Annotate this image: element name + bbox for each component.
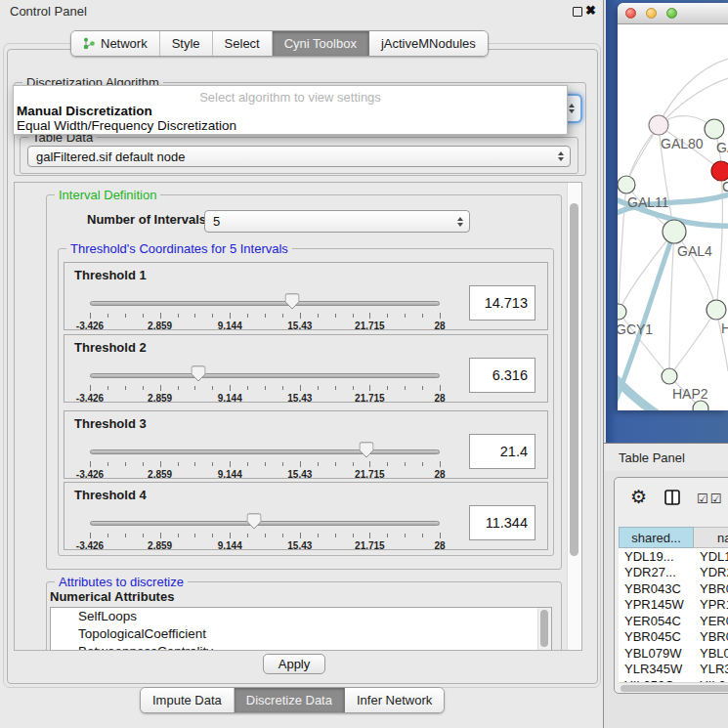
network-canvas[interactable]: GAL80GACGAL11GAL4GCY1HHAP2 xyxy=(618,24,728,410)
tick-mark xyxy=(387,462,388,466)
network-node-gal80[interactable] xyxy=(649,115,668,135)
numerical-attributes-list[interactable]: SelfLoopsTopologicalCoefficientBetweenne… xyxy=(50,607,552,651)
bottom-tab-infer-network[interactable]: Infer Network xyxy=(345,688,444,712)
network-window-titlebar[interactable] xyxy=(618,3,728,24)
threshold-value-field[interactable]: 21.4 xyxy=(469,434,535,469)
threshold-value-field[interactable]: 6.316 xyxy=(469,358,535,393)
network-node-gal4[interactable] xyxy=(663,220,686,243)
apply-button[interactable]: Apply xyxy=(263,654,325,674)
threshold-value-field[interactable]: 14.713 xyxy=(469,285,535,321)
tick-mark xyxy=(247,314,248,318)
number-of-intervals-combo[interactable]: 5 xyxy=(204,210,470,233)
tick-mark xyxy=(107,534,108,537)
table-horizontal-scrollbar-thumb[interactable] xyxy=(621,685,728,692)
tick-label: -3.426 xyxy=(76,540,104,551)
minimize-traffic-light-icon[interactable] xyxy=(646,8,657,19)
algorithm-option[interactable]: Equal Width/Frequency Discretization xyxy=(17,118,236,133)
threshold-slider[interactable]: -3.4262.8599.14415.4321.71528 xyxy=(90,292,440,331)
interval-definition-group-title: Interval Definition xyxy=(55,188,160,202)
tick-mark xyxy=(335,314,336,318)
slider-track[interactable] xyxy=(90,301,440,306)
network-node-gcy1[interactable] xyxy=(618,304,626,320)
threshold-slider[interactable]: -3.4262.8599.14415.4321.71528 xyxy=(90,364,440,404)
table-row[interactable]: YLR345WYLR3 xyxy=(619,662,728,678)
attributes-list-scrollbar[interactable] xyxy=(537,608,551,651)
zoom-traffic-light-icon[interactable] xyxy=(666,8,677,19)
slider-thumb[interactable] xyxy=(247,513,262,530)
network-node-gal11[interactable] xyxy=(618,176,635,193)
tab-label: Style xyxy=(172,36,200,51)
network-node-red-node[interactable] xyxy=(711,161,728,181)
algorithm-option[interactable]: Manual Discretization xyxy=(17,104,152,118)
attribute-list-item[interactable]: BetweennessCentrality xyxy=(51,643,551,651)
checkbox-checked-icons[interactable]: ☑☑ xyxy=(697,492,723,506)
attributes-list-scrollbar-thumb[interactable] xyxy=(540,610,548,647)
threshold-slider[interactable]: -3.4262.8599.14415.4321.71528 xyxy=(90,441,440,480)
window-title: Control Panel xyxy=(10,4,87,19)
tick-label: -3.426 xyxy=(76,393,104,404)
settings-vertical-scrollbar-thumb[interactable] xyxy=(570,203,578,556)
threshold-panel: Threshold 1-3.4262.8599.14415.4321.71528… xyxy=(64,262,548,330)
column-layout-icon[interactable] xyxy=(664,490,680,509)
table-data-combo[interactable]: galFiltered.sif default node xyxy=(27,146,571,167)
threshold-slider[interactable]: -3.4262.8599.14415.4321.71528 xyxy=(90,512,440,551)
tick-mark xyxy=(318,534,319,537)
tick-mark xyxy=(440,533,441,538)
tab-cyni-toolbox[interactable]: Cyni Toolbox xyxy=(273,31,369,56)
slider-track[interactable] xyxy=(90,521,440,526)
gear-icon[interactable]: ⚙ xyxy=(630,486,647,508)
close-traffic-light-icon[interactable] xyxy=(625,8,636,19)
tab-network[interactable]: Network xyxy=(71,31,160,56)
slider-thumb[interactable] xyxy=(284,293,299,310)
slider-thumb-icon xyxy=(284,293,299,310)
threshold-value-field[interactable]: 11.344 xyxy=(469,505,535,540)
table-cell: YPR145W xyxy=(619,597,697,612)
tab-style[interactable]: Style xyxy=(160,31,213,56)
network-node-h-right[interactable] xyxy=(707,300,726,320)
tick-mark xyxy=(422,462,423,466)
slider-thumb[interactable] xyxy=(359,442,373,458)
combo-stepper-icon xyxy=(558,151,564,161)
tick-mark xyxy=(107,386,108,390)
close-icon[interactable]: ✖ xyxy=(585,3,596,18)
tick-mark xyxy=(405,462,406,466)
tab-select[interactable]: Select xyxy=(213,31,273,56)
bottom-tab-impute-data[interactable]: Impute Data xyxy=(141,688,235,712)
table-row[interactable]: YDR27...YDR2 xyxy=(619,565,728,581)
tick-mark xyxy=(353,314,354,318)
table-row[interactable]: YER054CYER0 xyxy=(619,613,728,629)
tab-label: jActiveMNodules xyxy=(381,36,476,51)
table-row[interactable]: YDL19...YDL1 xyxy=(619,548,728,565)
table-row[interactable]: YBR043CYBR0 xyxy=(619,580,728,597)
network-node-bottom-cut[interactable] xyxy=(693,401,708,410)
table-row[interactable]: YPR145WYPR1 xyxy=(619,597,728,614)
table-column-header[interactable]: shared... xyxy=(619,527,694,548)
table-horizontal-scrollbar[interactable] xyxy=(619,682,728,693)
numerical-attributes-label: Numerical Attributes xyxy=(50,589,174,604)
tab-label: Select xyxy=(225,36,260,51)
float-window-icon[interactable] xyxy=(573,7,582,17)
tick-mark xyxy=(405,534,406,537)
slider-track[interactable] xyxy=(90,373,440,378)
tick-label: 28 xyxy=(434,540,445,551)
network-edge[interactable] xyxy=(619,232,674,312)
attribute-list-item[interactable]: SelfLoops xyxy=(51,608,551,625)
bottom-tab-discretize-data[interactable]: Discretize Data xyxy=(235,688,345,712)
tick-mark xyxy=(143,314,144,318)
table-column-header[interactable]: na xyxy=(694,527,728,548)
table-row[interactable]: YBL079WYBL0 xyxy=(619,645,728,662)
tab-label: Cyni Toolbox xyxy=(284,36,357,51)
slider-thumb[interactable] xyxy=(191,365,205,382)
attribute-list-item[interactable]: TopologicalCoefficient xyxy=(51,625,551,643)
network-node-gal-top-right[interactable] xyxy=(705,119,724,139)
network-edge[interactable] xyxy=(669,232,674,376)
tick-mark xyxy=(282,462,283,466)
settings-vertical-scrollbar[interactable] xyxy=(567,183,581,650)
tick-mark xyxy=(178,314,179,318)
network-node-label: GAL4 xyxy=(677,243,712,259)
tab-jactivemnodules[interactable]: jActiveMNodules xyxy=(369,31,488,56)
network-edge[interactable] xyxy=(669,310,716,376)
table-row[interactable]: YBR045CYBR0 xyxy=(619,629,728,646)
network-node-hap2[interactable] xyxy=(662,368,677,384)
slider-track[interactable] xyxy=(90,450,440,454)
